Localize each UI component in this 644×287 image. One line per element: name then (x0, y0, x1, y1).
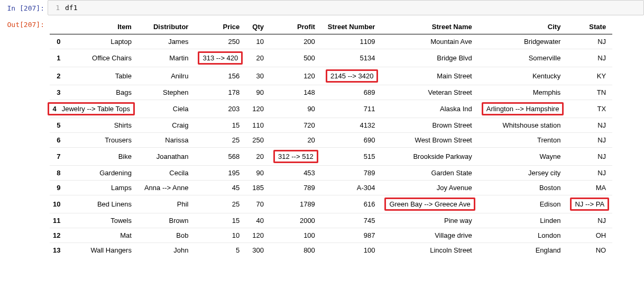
cell-street-name: Brown Street (381, 118, 478, 133)
cell-street-number: 515 (321, 148, 382, 166)
cell-price: 45 (195, 181, 246, 195)
cell-qty: 30 (246, 67, 270, 85)
cell-price: 15 (195, 213, 246, 228)
code-text[interactable]: df1 (65, 4, 77, 12)
row-index: 8 (50, 166, 67, 181)
cell-item: Office Chairs (67, 49, 137, 67)
cell-street-number: 789 (321, 166, 382, 181)
col-header: Profit (270, 20, 321, 34)
cell-profit: 500 (270, 49, 321, 67)
cell-city: Wayne (479, 148, 567, 166)
cell-state: NJ --> PA (567, 195, 612, 213)
cell-state: OH (567, 228, 612, 243)
table-row: 10Bed LinensPhil25701789616Green Bay -->… (50, 195, 612, 213)
cell-distributor: Phil (138, 195, 195, 213)
cell-profit: 453 (270, 166, 321, 181)
cell-state: NJ (567, 166, 612, 181)
cell-street-name: Brookside Parkway (381, 148, 478, 166)
cell-street-name: Green Bay --> Greece Ave (381, 195, 478, 213)
cell-street-number: A-304 (321, 181, 382, 195)
row-index: 9 (50, 181, 67, 195)
cell-price: 5 (195, 243, 246, 258)
cell-street-name: Mountain Ave (381, 34, 478, 49)
row-index: 2 (50, 67, 67, 85)
cell-distributor: Martin (138, 49, 195, 67)
cell-street-name: Lincoln Street (381, 243, 478, 258)
cell-street-name: Pine way (381, 213, 478, 228)
cell-street-name: Joy Avenue (381, 181, 478, 195)
cell-street-number: 2145 --> 3420 (321, 67, 382, 85)
cell-city: Linden (479, 213, 567, 228)
row-index: 3 (50, 85, 67, 100)
table-row: 7BikeJoanathan56820312 --> 512515Brooksi… (50, 148, 612, 166)
col-header: Item (67, 20, 137, 34)
cell-city: Whitshouse station (479, 118, 567, 133)
table-row: 1Office ChairsMartin313 --> 420205005134… (50, 49, 612, 67)
cell-item: Bags (67, 85, 137, 100)
row-index: 0 (50, 34, 67, 49)
cell-qty: 120 (246, 228, 270, 243)
cell-profit: 800 (270, 243, 321, 258)
cell-state: NJ (567, 118, 612, 133)
row-index: 7 (50, 148, 67, 166)
cell-city: London (479, 228, 567, 243)
cell-state: NJ (567, 133, 612, 148)
cell-street-number: 689 (321, 85, 382, 100)
table-row: 8GardeningCecila19590453789Garden StateJ… (50, 166, 612, 181)
col-header: Street Name (381, 20, 478, 34)
cell-profit: 90 (270, 100, 321, 118)
cell-city: Edison (479, 195, 567, 213)
cell-city: Trenton (479, 133, 567, 148)
input-row: In [207]: 1 df1 (0, 0, 644, 16)
cell-item: Wall Hangers (67, 243, 137, 258)
cell-distributor: Anilru (138, 67, 195, 85)
cell-city: Kentucky (479, 67, 567, 85)
cell-state: NJ (567, 213, 612, 228)
cell-item: Bed Linens (67, 195, 137, 213)
cell-profit: 720 (270, 118, 321, 133)
cell-price: 250 (195, 34, 246, 49)
cell-street-name: Bridge Blvd (381, 49, 478, 67)
col-header: Street Number (321, 20, 382, 34)
row-index: 1 (50, 49, 67, 67)
cell-profit: 312 --> 512 (270, 148, 321, 166)
cell-street-name: Garden State (381, 166, 478, 181)
cell-street-number: 711 (321, 100, 382, 118)
cell-profit: 20 (270, 133, 321, 148)
output-row: Out[207]: ItemDistributorPriceQtyProfitS… (0, 16, 644, 257)
col-header: City (479, 20, 567, 34)
table-row: 4Jewelry --> Table TopsCiela20312090711A… (50, 100, 612, 118)
row-index: 6 (50, 133, 67, 148)
cell-street-number: 100 (321, 243, 382, 258)
table-row: 12MatBob10120100987Village driveLondonOH (50, 228, 612, 243)
index-header (50, 20, 67, 34)
cell-city: Boston (479, 181, 567, 195)
notebook: In [207]: 1 df1 Out[207]: ItemDistributo… (0, 0, 644, 257)
row-index: 5 (50, 118, 67, 133)
cell-profit: 200 (270, 34, 321, 49)
cell-distributor: Stephen (138, 85, 195, 100)
cell-distributor: James (138, 34, 195, 49)
cell-profit: 148 (270, 85, 321, 100)
cell-state: KY (567, 67, 612, 85)
cell-qty: 110 (246, 118, 270, 133)
cell-distributor: Anna --> Anne (138, 181, 195, 195)
cell-city: Bridgewater (479, 34, 567, 49)
table-row: 0LaptopJames250102001109Mountain AveBrid… (50, 34, 612, 49)
cell-qty: 90 (246, 85, 270, 100)
cell-street-name: Alaska Ind (381, 100, 478, 118)
cell-state: NJ (567, 49, 612, 67)
cell-item: Table (67, 67, 137, 85)
code-cell[interactable]: 1 df1 (48, 0, 644, 15)
cell-item: Lamps (67, 181, 137, 195)
col-header: State (567, 20, 612, 34)
cell-qty: 10 (246, 34, 270, 49)
cell-qty: 120 (246, 100, 270, 118)
cell-price: 15 (195, 118, 246, 133)
cell-qty: 185 (246, 181, 270, 195)
cell-distributor: Craig (138, 118, 195, 133)
cell-qty: 250 (246, 133, 270, 148)
out-prompt: Out[207]: (0, 16, 48, 33)
col-header: Qty (246, 20, 270, 34)
cell-price: 178 (195, 85, 246, 100)
